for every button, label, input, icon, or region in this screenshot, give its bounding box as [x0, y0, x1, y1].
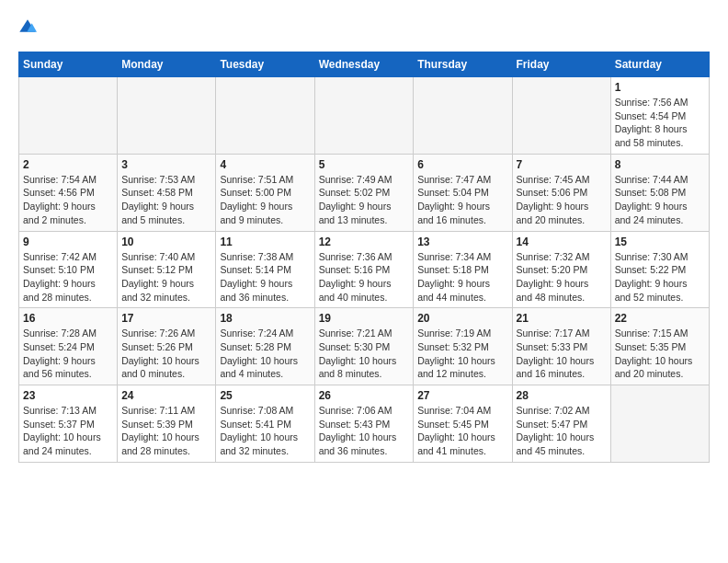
- day-number: 24: [121, 389, 211, 402]
- calendar-week-row: 9Sunrise: 7:42 AM Sunset: 5:10 PM Daylig…: [19, 231, 710, 308]
- day-number: 25: [220, 389, 310, 402]
- day-detail: Sunrise: 7:44 AM Sunset: 5:08 PM Dayligh…: [615, 173, 705, 227]
- calendar-cell: [512, 77, 610, 155]
- day-number: 23: [23, 389, 113, 402]
- day-header-friday: Friday: [512, 52, 610, 77]
- calendar-cell: [414, 77, 512, 155]
- day-number: 10: [121, 236, 211, 248]
- day-header-thursday: Thursday: [414, 52, 512, 77]
- day-number: 6: [417, 158, 507, 171]
- calendar-cell: 7Sunrise: 7:45 AM Sunset: 5:06 PM Daylig…: [512, 154, 610, 231]
- calendar-cell: 11Sunrise: 7:38 AM Sunset: 5:14 PM Dayli…: [216, 231, 314, 308]
- day-detail: Sunrise: 7:08 AM Sunset: 5:41 PM Dayligh…: [220, 404, 310, 458]
- calendar-cell: 27Sunrise: 7:04 AM Sunset: 5:45 PM Dayli…: [414, 385, 512, 463]
- calendar-cell: 25Sunrise: 7:08 AM Sunset: 5:41 PM Dayli…: [216, 385, 314, 463]
- calendar-cell: 20Sunrise: 7:19 AM Sunset: 5:32 PM Dayli…: [414, 308, 512, 385]
- day-detail: Sunrise: 7:51 AM Sunset: 5:00 PM Dayligh…: [220, 173, 310, 227]
- day-detail: Sunrise: 7:34 AM Sunset: 5:18 PM Dayligh…: [417, 250, 507, 304]
- calendar-week-row: 16Sunrise: 7:28 AM Sunset: 5:24 PM Dayli…: [19, 308, 710, 385]
- day-number: 5: [319, 158, 410, 171]
- day-detail: Sunrise: 7:40 AM Sunset: 5:12 PM Dayligh…: [121, 250, 211, 304]
- calendar-cell: 24Sunrise: 7:11 AM Sunset: 5:39 PM Dayli…: [118, 385, 216, 463]
- day-detail: Sunrise: 7:32 AM Sunset: 5:20 PM Dayligh…: [517, 250, 607, 304]
- day-number: 11: [220, 236, 310, 248]
- day-number: 26: [319, 389, 410, 402]
- day-number: 17: [121, 312, 211, 325]
- day-detail: Sunrise: 7:17 AM Sunset: 5:33 PM Dayligh…: [517, 327, 607, 381]
- logo-icon: [18, 18, 37, 37]
- calendar-cell: 14Sunrise: 7:32 AM Sunset: 5:20 PM Dayli…: [512, 231, 610, 308]
- day-detail: Sunrise: 7:11 AM Sunset: 5:39 PM Dayligh…: [121, 404, 211, 458]
- day-number: 4: [220, 158, 310, 171]
- day-detail: Sunrise: 7:42 AM Sunset: 5:10 PM Dayligh…: [23, 250, 113, 304]
- calendar-table: SundayMondayTuesdayWednesdayThursdayFrid…: [18, 52, 710, 463]
- calendar-cell: 6Sunrise: 7:47 AM Sunset: 5:04 PM Daylig…: [414, 154, 512, 231]
- calendar-week-row: 23Sunrise: 7:13 AM Sunset: 5:37 PM Dayli…: [19, 385, 710, 463]
- calendar-cell: 18Sunrise: 7:24 AM Sunset: 5:28 PM Dayli…: [216, 308, 314, 385]
- day-detail: Sunrise: 7:28 AM Sunset: 5:24 PM Dayligh…: [23, 327, 113, 381]
- day-number: 3: [121, 158, 211, 171]
- calendar-week-row: 1Sunrise: 7:56 AM Sunset: 4:54 PM Daylig…: [19, 77, 710, 155]
- day-detail: Sunrise: 7:30 AM Sunset: 5:22 PM Dayligh…: [615, 250, 705, 304]
- day-detail: Sunrise: 7:36 AM Sunset: 5:16 PM Dayligh…: [319, 250, 410, 304]
- day-number: 1: [615, 81, 705, 94]
- day-header-saturday: Saturday: [610, 52, 709, 77]
- calendar-week-row: 2Sunrise: 7:54 AM Sunset: 4:56 PM Daylig…: [19, 154, 710, 231]
- calendar-cell: 21Sunrise: 7:17 AM Sunset: 5:33 PM Dayli…: [512, 308, 610, 385]
- calendar-cell: 5Sunrise: 7:49 AM Sunset: 5:02 PM Daylig…: [314, 154, 414, 231]
- day-detail: Sunrise: 7:53 AM Sunset: 4:58 PM Dayligh…: [121, 173, 211, 227]
- day-detail: Sunrise: 7:02 AM Sunset: 5:47 PM Dayligh…: [517, 404, 607, 458]
- calendar-cell: [118, 77, 216, 155]
- day-detail: Sunrise: 7:56 AM Sunset: 4:54 PM Dayligh…: [615, 96, 705, 150]
- calendar-cell: 23Sunrise: 7:13 AM Sunset: 5:37 PM Dayli…: [19, 385, 118, 463]
- calendar-cell: [314, 77, 414, 155]
- calendar-cell: 3Sunrise: 7:53 AM Sunset: 4:58 PM Daylig…: [118, 154, 216, 231]
- calendar-cell: 2Sunrise: 7:54 AM Sunset: 4:56 PM Daylig…: [19, 154, 118, 231]
- day-detail: Sunrise: 7:38 AM Sunset: 5:14 PM Dayligh…: [220, 250, 310, 304]
- calendar-header-row: SundayMondayTuesdayWednesdayThursdayFrid…: [19, 52, 710, 77]
- day-number: 2: [23, 158, 113, 171]
- calendar-cell: 1Sunrise: 7:56 AM Sunset: 4:54 PM Daylig…: [610, 77, 709, 155]
- day-header-monday: Monday: [118, 52, 216, 77]
- calendar-cell: [216, 77, 314, 155]
- day-detail: Sunrise: 7:26 AM Sunset: 5:26 PM Dayligh…: [121, 327, 211, 381]
- day-detail: Sunrise: 7:47 AM Sunset: 5:04 PM Dayligh…: [417, 173, 507, 227]
- day-detail: Sunrise: 7:24 AM Sunset: 5:28 PM Dayligh…: [220, 327, 310, 381]
- day-detail: Sunrise: 7:45 AM Sunset: 5:06 PM Dayligh…: [517, 173, 607, 227]
- calendar-cell: [610, 385, 709, 463]
- logo: [18, 18, 40, 37]
- day-number: 7: [517, 158, 607, 171]
- calendar-cell: 28Sunrise: 7:02 AM Sunset: 5:47 PM Dayli…: [512, 385, 610, 463]
- day-detail: Sunrise: 7:06 AM Sunset: 5:43 PM Dayligh…: [319, 404, 410, 458]
- day-number: 18: [220, 312, 310, 325]
- calendar-cell: 4Sunrise: 7:51 AM Sunset: 5:00 PM Daylig…: [216, 154, 314, 231]
- day-number: 8: [615, 158, 705, 171]
- day-detail: Sunrise: 7:15 AM Sunset: 5:35 PM Dayligh…: [615, 327, 705, 381]
- day-number: 9: [23, 236, 113, 248]
- day-number: 16: [23, 312, 113, 325]
- day-number: 27: [417, 389, 507, 402]
- day-number: 20: [417, 312, 507, 325]
- day-number: 28: [517, 389, 607, 402]
- day-detail: Sunrise: 7:49 AM Sunset: 5:02 PM Dayligh…: [319, 173, 410, 227]
- calendar-cell: 17Sunrise: 7:26 AM Sunset: 5:26 PM Dayli…: [118, 308, 216, 385]
- day-header-wednesday: Wednesday: [314, 52, 414, 77]
- day-header-tuesday: Tuesday: [216, 52, 314, 77]
- day-number: 19: [319, 312, 410, 325]
- day-number: 21: [517, 312, 607, 325]
- page-header: [18, 18, 710, 37]
- day-detail: Sunrise: 7:21 AM Sunset: 5:30 PM Dayligh…: [319, 327, 410, 381]
- day-detail: Sunrise: 7:13 AM Sunset: 5:37 PM Dayligh…: [23, 404, 113, 458]
- calendar-cell: [19, 77, 118, 155]
- day-header-sunday: Sunday: [19, 52, 118, 77]
- day-detail: Sunrise: 7:54 AM Sunset: 4:56 PM Dayligh…: [23, 173, 113, 227]
- day-detail: Sunrise: 7:19 AM Sunset: 5:32 PM Dayligh…: [417, 327, 507, 381]
- day-number: 13: [417, 236, 507, 248]
- day-number: 15: [615, 236, 705, 248]
- calendar-cell: 16Sunrise: 7:28 AM Sunset: 5:24 PM Dayli…: [19, 308, 118, 385]
- calendar-cell: 9Sunrise: 7:42 AM Sunset: 5:10 PM Daylig…: [19, 231, 118, 308]
- calendar-cell: 19Sunrise: 7:21 AM Sunset: 5:30 PM Dayli…: [314, 308, 414, 385]
- day-detail: Sunrise: 7:04 AM Sunset: 5:45 PM Dayligh…: [417, 404, 507, 458]
- calendar-cell: 22Sunrise: 7:15 AM Sunset: 5:35 PM Dayli…: [610, 308, 709, 385]
- calendar-cell: 12Sunrise: 7:36 AM Sunset: 5:16 PM Dayli…: [314, 231, 414, 308]
